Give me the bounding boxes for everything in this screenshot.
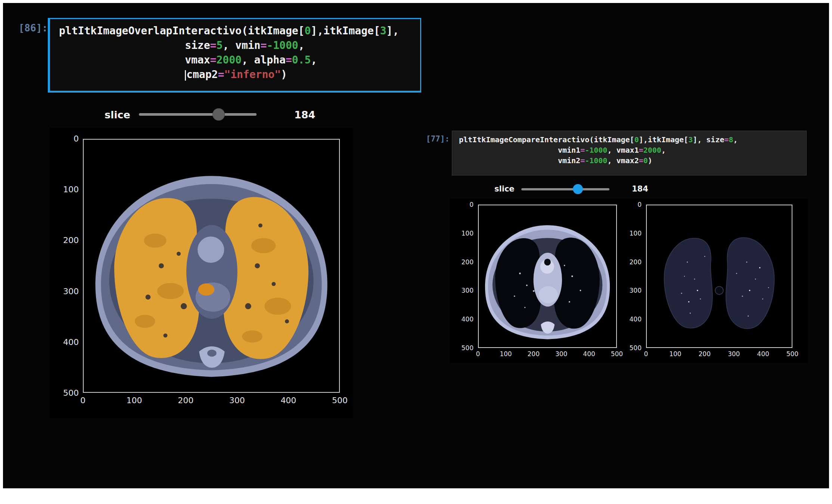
left-figure: 0 100 200 300 400 500 0 100 200 300 400 … <box>50 128 353 418</box>
tick-label: 100 <box>462 230 474 237</box>
right-code-cell[interactable]: pltItkImageCompareInteractivo(itkImage[0… <box>452 131 807 175</box>
tick-label: 100 <box>497 350 514 358</box>
code-line: pltItkImageCompareInteractivo(itkImage[0… <box>459 134 806 145</box>
tick-label: 300 <box>462 287 474 294</box>
tick-label: 500 <box>331 396 349 405</box>
right-axes-2 <box>646 205 792 348</box>
notebook-canvas: [86]: pltItkImageOverlapInteractivo(itkI… <box>3 3 829 488</box>
left-cell-prompt: [86]: <box>13 22 48 34</box>
code-line: cmap2="inferno") <box>59 67 420 82</box>
left-slice-slider-value: 184 <box>294 109 315 121</box>
tick-label: 100 <box>125 396 143 405</box>
tick-label: 500 <box>609 350 625 358</box>
left-code-cell[interactable]: pltItkImageOverlapInteractivo(itkImage[0… <box>48 18 421 93</box>
tick-label: 100 <box>63 185 79 194</box>
tick-label: 0 <box>74 396 92 405</box>
code-line: vmin2=-1000, vmax2=0) <box>459 155 806 166</box>
code-line: size=5, vmin=-1000, <box>59 38 420 53</box>
tick-label: 300 <box>726 350 742 358</box>
right-cell-prompt: [77]: <box>416 134 450 143</box>
tick-label: 200 <box>696 350 713 358</box>
left-x-axis: 0 100 200 300 400 500 <box>74 396 349 405</box>
right2-x-axis: 0 100 200 300 400 500 <box>638 350 801 358</box>
tick-label: 200 <box>630 258 642 266</box>
right-slice-slider-value: 184 <box>632 184 648 193</box>
left-y-axis: 0 100 200 300 400 500 <box>52 134 79 398</box>
tick-label: 300 <box>553 350 569 358</box>
right-axes-1 <box>478 205 617 348</box>
code-line: vmax=2000, alpha=0.5, <box>59 53 420 67</box>
tick-label: 0 <box>638 350 654 358</box>
screenshot-root: [86]: pltItkImageOverlapInteractivo(itkI… <box>0 0 832 504</box>
tick-label: 400 <box>581 350 597 358</box>
tick-label: 300 <box>228 396 246 405</box>
right2-y-axis: 0 100 200 300 400 500 <box>627 201 642 352</box>
tick-label: 0 <box>637 201 642 208</box>
left-slice-slider-label: slice <box>105 109 130 121</box>
ct-compare-image-2 <box>647 205 792 347</box>
code-line: vmin1=-1000, vmax1=2000, <box>459 145 806 155</box>
tick-label: 0 <box>470 350 486 358</box>
tick-label: 300 <box>630 287 642 294</box>
ct-overlap-image <box>84 140 339 392</box>
tick-label: 0 <box>74 134 79 143</box>
right-slice-slider-handle[interactable] <box>573 184 583 194</box>
left-slice-slider-track[interactable] <box>139 113 257 116</box>
tick-label: 100 <box>630 230 642 237</box>
right-slice-slider-track[interactable] <box>521 188 609 190</box>
tick-label: 400 <box>462 315 474 323</box>
ct-compare-image-1 <box>479 205 616 347</box>
tick-label: 100 <box>667 350 683 358</box>
tick-label: 500 <box>784 350 801 358</box>
tick-label: 400 <box>279 396 297 405</box>
tick-label: 400 <box>63 337 79 347</box>
right-figure: 0 100 200 300 400 500 0 100 200 300 400 … <box>450 199 808 363</box>
tick-label: 200 <box>63 236 79 245</box>
code-line: pltItkImageOverlapInteractivo(itkImage[0… <box>59 24 420 38</box>
right1-x-axis: 0 100 200 300 400 500 <box>470 350 625 358</box>
tick-label: 200 <box>462 258 474 266</box>
tick-label: 400 <box>755 350 772 358</box>
right1-y-axis: 0 100 200 300 400 500 <box>459 201 474 352</box>
left-slice-slider-handle[interactable] <box>212 108 225 121</box>
tick-label: 200 <box>177 396 195 405</box>
tick-label: 300 <box>63 287 79 296</box>
tick-label: 400 <box>630 315 642 323</box>
left-axes <box>83 139 340 393</box>
right-slice-slider-label: slice <box>494 184 515 193</box>
tick-label: 0 <box>469 201 474 208</box>
tick-label: 200 <box>525 350 542 358</box>
